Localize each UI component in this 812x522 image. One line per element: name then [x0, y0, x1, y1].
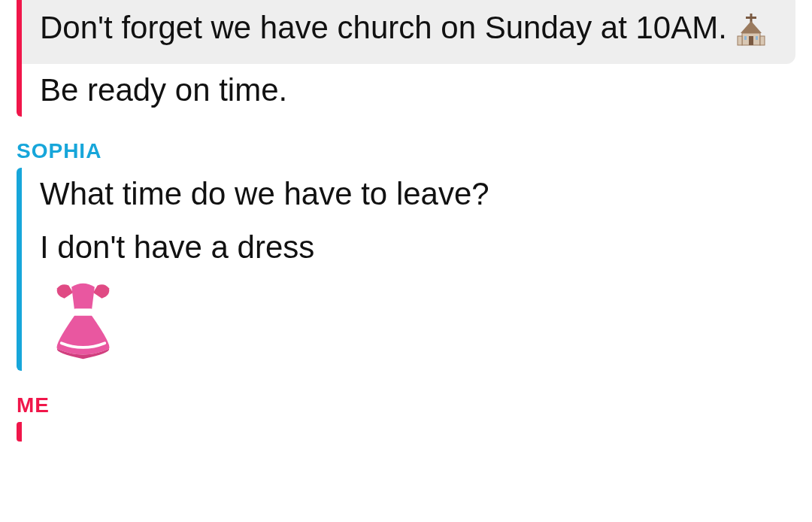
sender-label-sophia[interactable]: SOPHIA [17, 139, 795, 163]
svg-rect-5 [760, 36, 765, 45]
message-group-me-2-partial [17, 422, 795, 442]
svg-rect-4 [738, 36, 742, 45]
message-group-me-1: Don't forget we have church on Sunday at… [17, 0, 795, 117]
message-text: What time do we have to leave? [40, 176, 489, 211]
message-line[interactable]: Don't forget we have church on Sunday at… [22, 0, 795, 64]
dress-icon [40, 277, 126, 363]
message-line[interactable]: What time do we have to leave? [22, 168, 795, 221]
church-icon [736, 14, 766, 47]
svg-rect-9 [73, 309, 93, 317]
svg-marker-2 [741, 21, 762, 33]
sender-label-me[interactable]: ME [17, 393, 795, 417]
message-line-emoji[interactable] [22, 274, 795, 371]
message-line[interactable]: I don't have a dress [22, 221, 795, 275]
svg-rect-6 [749, 36, 753, 45]
message-text: I don't have a dress [40, 229, 314, 265]
svg-rect-1 [746, 17, 756, 19]
message-line[interactable]: Be ready on time. [22, 64, 795, 117]
svg-rect-8 [756, 36, 758, 40]
svg-rect-7 [744, 36, 747, 40]
message-text: Be ready on time. [40, 72, 287, 108]
message-text: Don't forget we have church on Sunday at… [40, 10, 736, 45]
message-group-sophia: What time do we have to leave? I don't h… [17, 168, 795, 371]
